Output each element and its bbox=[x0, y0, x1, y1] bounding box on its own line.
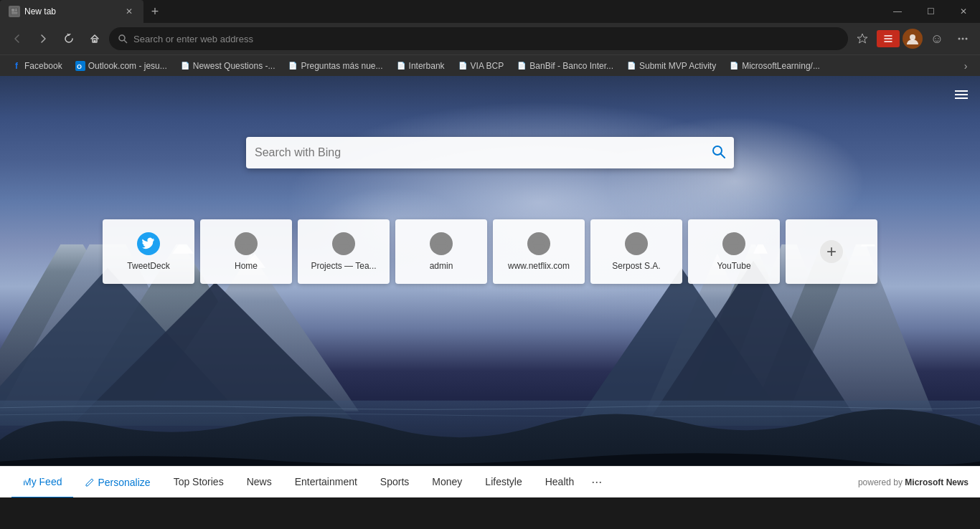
search-container bbox=[246, 137, 734, 168]
news-tab-health[interactable]: Health bbox=[534, 467, 585, 498]
hub-badge[interactable] bbox=[877, 30, 900, 47]
svg-rect-4 bbox=[11, 12, 18, 14]
bookmark-label: BanBif - Banco Inter... bbox=[529, 61, 613, 71]
svg-rect-5 bbox=[11, 14, 18, 15]
bookmark-label: Submit MVP Activity bbox=[639, 61, 716, 71]
svg-rect-7 bbox=[94, 40, 96, 42]
quick-link-add[interactable]: + bbox=[786, 219, 877, 284]
quick-links: TweetDeck Home Projects — Tea... admin bbox=[103, 219, 877, 284]
news-tab-money[interactable]: Money bbox=[420, 467, 473, 498]
search-input[interactable] bbox=[255, 146, 705, 159]
maximize-button[interactable]: ☐ bbox=[914, 0, 947, 23]
svg-text:O: O bbox=[77, 63, 82, 70]
svg-rect-3 bbox=[15, 10, 18, 11]
tab-close-button[interactable]: ✕ bbox=[123, 6, 135, 17]
doc-icon: 📄 bbox=[288, 61, 298, 71]
home-button[interactable] bbox=[83, 27, 106, 50]
outlook-icon: O bbox=[75, 61, 85, 71]
bookmark-preguntas[interactable]: 📄 Preguntas más nue... bbox=[282, 57, 388, 75]
add-icon: + bbox=[820, 240, 843, 263]
svg-point-11 bbox=[958, 38, 961, 40]
bookmarks-bar: f Facebook O Outlook.com - jesu... 📄 New… bbox=[0, 54, 980, 76]
quick-link-label: YouTube bbox=[717, 261, 750, 271]
bookmarks-more-button[interactable]: › bbox=[957, 57, 974, 75]
globe-icon bbox=[430, 232, 453, 255]
settings-button[interactable] bbox=[950, 83, 973, 106]
bookmark-label: Facebook bbox=[24, 61, 62, 71]
svg-rect-1 bbox=[11, 9, 14, 11]
back-button[interactable] bbox=[6, 27, 29, 50]
quick-link-label: Serpost S.A. bbox=[612, 261, 660, 271]
forward-button[interactable] bbox=[32, 27, 55, 50]
svg-line-41 bbox=[721, 154, 725, 158]
quick-link-admin[interactable]: admin bbox=[395, 219, 487, 284]
more-button[interactable] bbox=[951, 27, 974, 50]
quick-link-tweetdeck[interactable]: TweetDeck bbox=[103, 219, 194, 284]
address-bar[interactable]: Search or enter web address bbox=[109, 27, 848, 50]
quick-link-projects[interactable]: Projects — Tea... bbox=[298, 219, 390, 284]
doc-icon: 📄 bbox=[458, 61, 468, 71]
bookmark-banbif[interactable]: 📄 BanBif - Banco Inter... bbox=[511, 57, 619, 75]
bookmark-label: Newest Questions -... bbox=[193, 61, 275, 71]
bookmark-newest[interactable]: 📄 Newest Questions -... bbox=[174, 57, 281, 75]
bookmark-facebook[interactable]: f Facebook bbox=[6, 57, 68, 75]
active-tab[interactable]: New tab ✕ bbox=[0, 0, 143, 23]
bookmark-outlook[interactable]: O Outlook.com - jesu... bbox=[70, 57, 173, 75]
new-tab-button[interactable]: + bbox=[143, 0, 166, 23]
svg-point-10 bbox=[910, 34, 915, 40]
favorites-button[interactable] bbox=[851, 27, 874, 50]
nav-right-actions: ☺ bbox=[851, 27, 974, 50]
quick-link-label: Projects — Tea... bbox=[311, 261, 376, 271]
svg-point-12 bbox=[962, 38, 964, 40]
emoji-button[interactable]: ☺ bbox=[925, 27, 948, 50]
news-tab-news[interactable]: News bbox=[235, 467, 283, 498]
tab-favicon bbox=[9, 6, 20, 17]
news-more-button[interactable]: ··· bbox=[585, 467, 608, 498]
globe-icon bbox=[235, 232, 258, 255]
bookmark-mslearn[interactable]: 📄 MicrosoftLearning/... bbox=[723, 57, 826, 75]
bookmark-interbank[interactable]: 📄 Interbank bbox=[390, 57, 451, 75]
svg-line-9 bbox=[124, 40, 127, 43]
bookmark-submit[interactable]: 📄 Submit MVP Activity bbox=[621, 57, 722, 75]
title-bar: New tab ✕ + — ☐ ✕ bbox=[0, 0, 980, 23]
news-tab-lifestyle[interactable]: Lifestyle bbox=[473, 467, 533, 498]
profile-button[interactable] bbox=[903, 29, 923, 49]
globe-icon bbox=[625, 232, 648, 255]
globe-icon bbox=[722, 232, 745, 255]
minimize-button[interactable]: — bbox=[881, 0, 914, 23]
quick-link-label: www.netflix.com bbox=[508, 261, 570, 271]
svg-point-8 bbox=[119, 35, 125, 41]
bookmark-label: VIA BCP bbox=[471, 61, 504, 71]
main-content: TweetDeck Home Projects — Tea... admin bbox=[0, 76, 980, 497]
quick-link-home[interactable]: Home bbox=[200, 219, 292, 284]
doc-icon: 📄 bbox=[729, 61, 739, 71]
bookmark-viabcp[interactable]: 📄 VIA BCP bbox=[452, 57, 510, 75]
doc-icon: 📄 bbox=[180, 61, 190, 71]
quick-link-netflix[interactable]: www.netflix.com bbox=[493, 219, 585, 284]
search-box bbox=[246, 137, 734, 168]
quick-link-label: admin bbox=[430, 261, 453, 271]
bing-logo bbox=[17, 467, 33, 483]
news-tab-entertainment[interactable]: Entertainment bbox=[283, 467, 369, 498]
doc-icon: 📄 bbox=[626, 61, 636, 71]
close-button[interactable]: ✕ bbox=[947, 0, 980, 23]
svg-rect-2 bbox=[15, 9, 18, 10]
tab-bar: New tab ✕ + bbox=[0, 0, 881, 23]
search-button[interactable] bbox=[711, 144, 725, 162]
bookmark-label: Preguntas más nue... bbox=[301, 61, 382, 71]
window-controls: — ☐ ✕ bbox=[881, 0, 980, 23]
globe-icon bbox=[332, 232, 355, 255]
bing-tagline: Make every day beautiful bbox=[37, 470, 149, 481]
news-powered: powered by Microsoft News bbox=[858, 477, 969, 487]
bookmark-label: Outlook.com - jesu... bbox=[88, 61, 167, 71]
quick-link-label: TweetDeck bbox=[127, 261, 169, 271]
tweetdeck-icon bbox=[137, 232, 160, 255]
search-icon bbox=[118, 34, 128, 44]
quick-link-youtube[interactable]: YouTube bbox=[688, 219, 780, 284]
globe-icon bbox=[527, 232, 550, 255]
quick-link-serpost[interactable]: Serpost S.A. bbox=[590, 219, 682, 284]
news-tab-top-stories[interactable]: Top Stories bbox=[162, 467, 235, 498]
refresh-button[interactable] bbox=[57, 27, 80, 50]
doc-icon: 📄 bbox=[517, 61, 527, 71]
news-tab-sports[interactable]: Sports bbox=[369, 467, 420, 498]
